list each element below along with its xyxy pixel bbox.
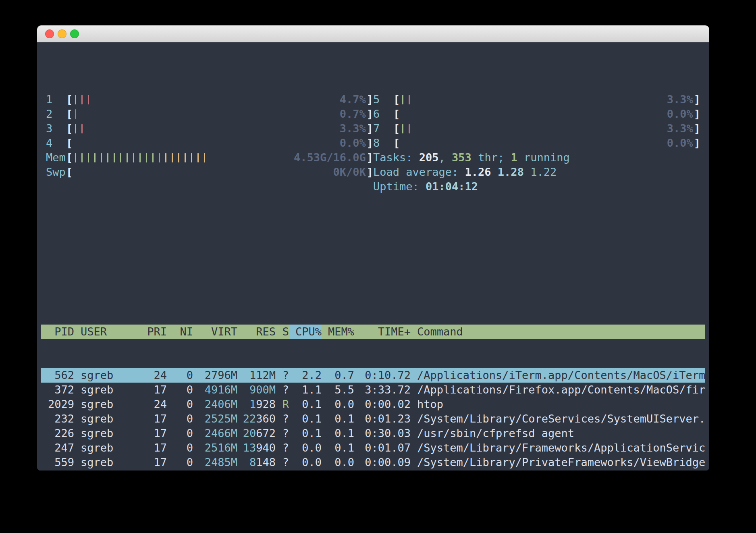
text-segment: 1 bbox=[511, 150, 517, 165]
cell-user: sgreb bbox=[74, 455, 143, 470]
cell-virt: 2487M bbox=[193, 470, 237, 471]
cell-res: 112M bbox=[237, 368, 276, 383]
process-table: PIDUSERPRINIVIRTRESSCPU%MEM%TIME+Command… bbox=[41, 296, 705, 471]
cell-ni: 0 bbox=[167, 397, 193, 412]
zoom-button[interactable] bbox=[70, 29, 79, 38]
cell-pid: 562 bbox=[41, 368, 74, 383]
column-header-time[interactable]: TIME+ bbox=[354, 325, 411, 339]
cell-pri: 17 bbox=[143, 470, 167, 471]
meter-bar bbox=[85, 92, 92, 107]
column-header-res[interactable]: RES bbox=[237, 325, 276, 339]
cell-state: ? bbox=[276, 368, 289, 383]
meter-bar bbox=[182, 150, 189, 165]
meter-bar bbox=[73, 107, 79, 121]
column-header-cpu[interactable]: CPU% bbox=[289, 325, 322, 339]
meter-value: 3.3% bbox=[667, 121, 693, 136]
cell-pid: 228 bbox=[41, 470, 74, 471]
meter-value: 4.53G/16.0G bbox=[294, 150, 366, 165]
meter-track: 0.0% bbox=[400, 136, 694, 150]
cell-pri: 24 bbox=[143, 368, 167, 383]
meter-bar bbox=[73, 92, 79, 107]
meter-value: 3.3% bbox=[667, 92, 693, 107]
cell-time: 0:00.02 bbox=[354, 397, 411, 412]
cell-ni: 0 bbox=[167, 441, 193, 455]
process-row-232[interactable]: 232sgreb1702525M22360?0.10.10:01.23/Syst… bbox=[41, 412, 705, 426]
meter-track: 0.0% bbox=[73, 136, 366, 150]
meter-track: 3.3% bbox=[400, 92, 694, 107]
column-header-pid[interactable]: PID bbox=[41, 325, 74, 339]
cell-user: sgreb bbox=[74, 412, 143, 426]
meter-track: 4.53G/16.0G bbox=[73, 150, 366, 165]
meter-bar bbox=[131, 150, 137, 165]
meter-value: 0.7% bbox=[340, 107, 366, 121]
cell-user: sgreb bbox=[74, 383, 143, 397]
res-kilobytes: 672 bbox=[256, 427, 276, 439]
column-header-virt[interactable]: VIRT bbox=[193, 325, 237, 339]
cell-mem-percent: 0.1 bbox=[322, 441, 354, 455]
window-titlebar[interactable] bbox=[37, 25, 709, 42]
meter-label: 5 bbox=[373, 92, 393, 107]
cell-pri: 17 bbox=[143, 441, 167, 455]
load-average-line: Load average: 1.26 1.28 1.22 bbox=[373, 165, 700, 179]
meter-open-bracket: [ bbox=[66, 165, 73, 179]
process-row-559[interactable]: 559sgreb1702485M8148?0.00.00:00.09/Syste… bbox=[41, 455, 705, 470]
column-header-mem[interactable]: MEM% bbox=[322, 325, 354, 339]
meter-bar bbox=[195, 150, 201, 165]
close-button[interactable] bbox=[45, 29, 54, 38]
cell-time: 0:01.23 bbox=[354, 412, 411, 426]
meter-track: 0K/0K bbox=[73, 165, 366, 179]
meter-value: 0K/0K bbox=[333, 165, 366, 179]
meter-bar bbox=[111, 150, 118, 165]
column-header-ni[interactable]: NI bbox=[167, 325, 193, 339]
meter-close-bracket: ] bbox=[367, 107, 373, 121]
meter-bar bbox=[79, 121, 85, 136]
htop-terminal: 1[4.7%]2[0.7%]3[3.3%]4[0.0%]Mem[4.53G/16… bbox=[37, 42, 709, 471]
minimize-button[interactable] bbox=[58, 29, 66, 38]
process-row-228[interactable]: 228sgreb1702487M7784?0.00.00:00.22/usr/l… bbox=[41, 470, 705, 471]
column-header-s[interactable]: S bbox=[276, 325, 289, 339]
cell-command: /System/Library/CoreServices/SystemUISer… bbox=[411, 412, 705, 426]
res-megabytes: 20 bbox=[243, 427, 256, 439]
column-header-command[interactable]: Command bbox=[411, 325, 705, 339]
text-segment: 01:04:12 bbox=[426, 179, 478, 194]
meter-label: 8 bbox=[373, 136, 393, 150]
cpu-meter-7: 7[3.3%] bbox=[373, 121, 700, 136]
mem-meter: Mem[4.53G/16.0G] bbox=[46, 150, 373, 165]
res-megabytes: 1 bbox=[249, 398, 256, 410]
cell-command: /usr/sbin/cfprefsd agent bbox=[411, 426, 705, 441]
cell-ni: 0 bbox=[167, 368, 193, 383]
process-row-562[interactable]: 562sgreb2402796M112M?2.20.70:10.72/Appli… bbox=[41, 368, 705, 383]
swp-meter: Swp[0K/0K] bbox=[46, 165, 373, 179]
text-segment: running bbox=[517, 150, 570, 165]
meter-close-bracket: ] bbox=[367, 150, 373, 165]
cell-res: 1928 bbox=[237, 397, 276, 412]
cell-ni: 0 bbox=[167, 470, 193, 471]
process-row-226[interactable]: 226sgreb1702466M20672?0.10.10:30.03/usr/… bbox=[41, 426, 705, 441]
meter-bar bbox=[79, 150, 85, 165]
meter-bar bbox=[406, 92, 413, 107]
meter-label: 1 bbox=[46, 92, 66, 107]
table-header-row: PIDUSERPRINIVIRTRESSCPU%MEM%TIME+Command bbox=[41, 325, 705, 339]
process-row-2029[interactable]: 2029sgreb2402406M1928R0.10.00:00.02htop bbox=[41, 397, 705, 412]
cell-virt: 2406M bbox=[193, 397, 237, 412]
meter-open-bracket: [ bbox=[66, 92, 73, 107]
res-megabytes: 900M bbox=[249, 383, 276, 396]
column-header-pri[interactable]: PRI bbox=[143, 325, 167, 339]
meter-open-bracket: [ bbox=[393, 136, 400, 150]
meter-track: 3.3% bbox=[73, 121, 366, 136]
cell-pid: 247 bbox=[41, 441, 74, 455]
cell-res: 900M bbox=[237, 383, 276, 397]
cell-res: 7784 bbox=[237, 470, 276, 471]
meter-close-bracket: ] bbox=[694, 136, 700, 150]
cell-time: 0:00.09 bbox=[354, 455, 411, 470]
column-header-user[interactable]: USER bbox=[74, 325, 143, 339]
process-row-247[interactable]: 247sgreb1702516M13940?0.00.10:01.07/Syst… bbox=[41, 441, 705, 455]
process-row-372[interactable]: 372sgreb1704916M900M?1.15.53:33.72/Appli… bbox=[41, 383, 705, 397]
cell-ni: 0 bbox=[167, 426, 193, 441]
cpu-meter-5: 5[3.3%] bbox=[373, 92, 700, 107]
meter-bar bbox=[79, 92, 85, 107]
cell-time: 0:10.72 bbox=[354, 368, 411, 383]
cell-user: sgreb bbox=[74, 470, 143, 471]
cell-cpu-percent: 0.0 bbox=[289, 441, 322, 455]
cell-ni: 0 bbox=[167, 383, 193, 397]
